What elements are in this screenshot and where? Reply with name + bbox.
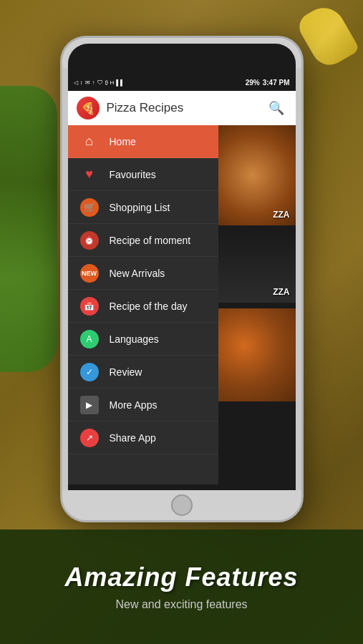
shield-icon: 🛡 [97,79,103,86]
pizza-image-2: ZZA [210,231,296,303]
menu-item-recipe-day[interactable]: 📅 Recipe of the day [68,290,218,323]
phone-frame: ◁ ↕ ✉ ↑ 🛡 ₿ H ▌▌ 29% 3:47 PM [60,36,304,522]
menu-label-more-apps: More Apps [110,399,158,411]
feature-subtitle: New and exciting features [115,598,247,611]
phone-bottom-bezel [62,490,301,520]
calendar-icon: 📅 [79,296,100,316]
back-icon: ◁ [74,79,78,86]
menu-item-new-arrivals[interactable]: NEW New Arrivals [68,257,218,290]
logo-emoji: 🍕 [81,102,95,115]
app-title: Pizza Recipes [107,101,258,115]
menu-item-share[interactable]: ↗ Share App [68,421,218,454]
more-apps-icon: ▶ [79,395,100,415]
menu-label-review: Review [110,366,142,378]
menu-label-shopping: Shopping List [110,202,170,213]
upload-icon: ↑ [92,79,95,86]
status-bar: ◁ ↕ ✉ ↑ 🛡 ₿ H ▌▌ 29% 3:47 PM [68,74,296,91]
battery-level: 29% [246,79,260,87]
search-button[interactable]: 🔍 [266,97,287,119]
home-button[interactable] [171,494,193,516]
menu-item-review[interactable]: ✓ Review [68,356,218,389]
menu-label-home: Home [110,136,136,147]
menu-label-recipe-day: Recipe of the day [110,301,188,312]
home-icon: ⌂ [79,132,100,152]
menu-label-languages: Languages [110,333,159,345]
status-icons-left: ◁ ↕ ✉ ↑ 🛡 ₿ H ▌▌ [74,79,125,86]
translate-icon: A [79,329,100,349]
menu-label-new-arrivals: New Arrivals [110,268,165,279]
bluetooth-icon: ₿ [105,79,108,86]
heart-icon: ♥ [79,165,100,185]
new-icon: NEW [79,263,100,283]
menu-label-recipe-moment: Recipe of moment [110,235,191,246]
menu-item-shopping[interactable]: 🛒 Shopping List [68,191,218,224]
menu-item-languages[interactable]: A Languages [68,323,218,356]
signal-icon: ↕ [80,79,83,86]
search-icon: 🔍 [268,100,284,116]
vegetable-decoration-left [0,86,57,372]
phone-screen-inner: ◁ ↕ ✉ ↑ 🛡 ₿ H ▌▌ 29% 3:47 PM [68,44,296,514]
menu-item-home[interactable]: ⌂ Home [68,125,218,158]
network-h-icon: H [110,79,115,86]
pizza-label-1: ZZA [273,210,289,220]
menu-label-favourites: Favourites [110,169,156,180]
app-toolbar: 🍕 Pizza Recipes 🔍 [68,91,296,125]
app-logo: 🍕 [77,97,100,119]
pizza-image-3 [210,308,296,401]
signal-bars-icon: ▌▌ [116,79,124,86]
menu-label-share: Share App [110,432,156,444]
checkmark-icon: ✓ [79,362,100,382]
screen: ◁ ↕ ✉ ↑ 🛡 ₿ H ▌▌ 29% 3:47 PM [68,74,296,484]
menu-item-recipe-moment[interactable]: ⏰ Recipe of moment [68,224,218,257]
menu-item-more-apps[interactable]: ▶ More Apps [68,389,218,421]
share-icon: ↗ [79,428,100,448]
pizza-label-2: ZZA [273,287,289,297]
bottom-feature-section: Amazing Features New and exciting featur… [0,530,363,644]
shopping-icon: 🛒 [79,197,100,218]
message-icon: ✉ [85,79,90,86]
feature-title: Amazing Features [64,562,298,592]
clock-icon: ⏰ [79,230,100,250]
pizza-image-1: ZZA [210,125,296,225]
navigation-drawer: ⌂ Home ♥ Favourites 🛒 [68,125,218,484]
menu-item-favourites[interactable]: ♥ Favourites [68,158,218,191]
status-right: 29% 3:47 PM [246,79,290,87]
time-display: 3:47 PM [263,79,290,87]
outer-background: ◁ ↕ ✉ ↑ 🛡 ₿ H ▌▌ 29% 3:47 PM [0,0,363,644]
